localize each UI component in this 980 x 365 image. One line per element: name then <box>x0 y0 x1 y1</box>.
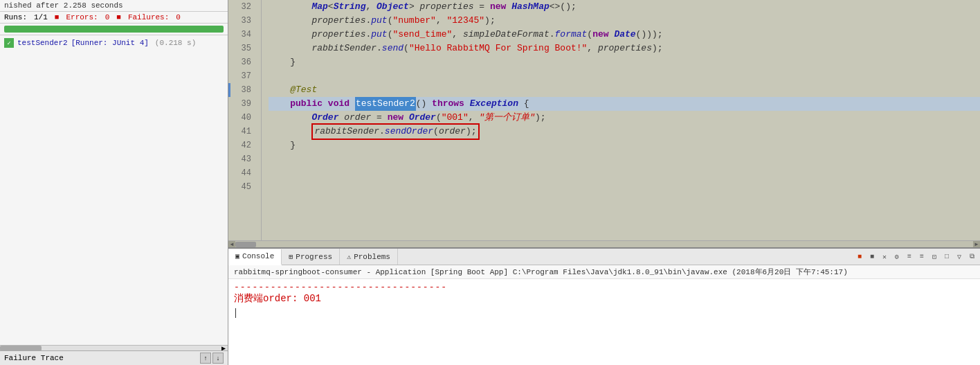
code-scroll: 32 33 34 35 36 37 38 39 40 41 42 43 44 4… <box>228 0 980 240</box>
failures-label: Failures: <box>128 13 169 21</box>
linenum-40: 40 <box>228 111 255 125</box>
console-tab-label: Console <box>242 252 274 260</box>
code-line-36[interactable]: } <box>269 55 980 69</box>
code-line-37[interactable] <box>269 69 980 83</box>
code-line-44[interactable] <box>269 166 980 180</box>
linenum-39: 39 <box>228 97 255 111</box>
errors-value: 0 <box>105 13 110 21</box>
cursor <box>235 308 236 318</box>
hscroll-left-arrow[interactable]: ◀ <box>228 241 235 248</box>
test-time: (0.218 s) <box>155 39 196 47</box>
errors-label: Errors: <box>66 13 98 21</box>
tab-console[interactable]: ▣ Console <box>228 249 282 265</box>
console-tb-btn-7[interactable]: ⊡ <box>929 251 940 262</box>
left-panel: nished after 2.258 seconds Runs: 1/1 ■ E… <box>0 0 228 365</box>
console-toolbar: ■ ■ ✕ ⚙ ≡ ≡ ⊡ □ ▽ ⧉ <box>854 251 980 262</box>
code-line-45[interactable] <box>269 180 980 194</box>
linenum-37: 37 <box>228 69 255 83</box>
console-tabs: ▣ Console ⊞ Progress ⚠ Problems ■ ■ ✕ ⚙ … <box>228 249 980 265</box>
failure-trace-label: Failure Trace <box>4 354 64 362</box>
linenum-38: 38 <box>228 83 255 97</box>
linenum-32: 32 <box>228 0 255 14</box>
linenum-35: 35 <box>228 42 255 55</box>
code-line-34[interactable]: properties.put("send_time", simpleDateFo… <box>269 28 980 42</box>
console-tb-btn-10[interactable]: ⧉ <box>966 251 977 262</box>
failures-icon: ■ <box>116 13 121 21</box>
console-tb-btn-1[interactable]: ■ <box>854 251 865 262</box>
code-line-43[interactable] <box>269 152 980 166</box>
console-output: 消费端order: 001 <box>234 292 974 305</box>
code-line-39[interactable]: public void testSender2 () throws Except… <box>269 97 980 111</box>
hscroll-thumb[interactable] <box>235 242 256 247</box>
progress-icon: ⊞ <box>289 253 293 261</box>
test-runner: [Runner: JUnit 4] <box>71 39 149 47</box>
test-item[interactable]: ✓ testSender2 [Runner: JUnit 4] (0.218 s… <box>0 35 228 51</box>
console-dashes: ----------------------------------- <box>234 282 974 292</box>
run-stats: Runs: 1/1 ■ Errors: 0 ■ Failures: 0 <box>0 12 228 24</box>
problems-icon: ⚠ <box>347 253 351 261</box>
code-line-40[interactable]: Order order = new Order ( "001" , "第一个订单… <box>269 111 980 125</box>
console-tb-btn-3[interactable]: ✕ <box>879 251 890 262</box>
method-name-highlight: testSender2 <box>355 97 416 111</box>
hscroll-left[interactable]: ▶ <box>0 345 228 350</box>
linenum-45: 45 <box>228 180 255 194</box>
problems-tab-label: Problems <box>354 253 390 261</box>
console-tb-btn-2[interactable]: ■ <box>866 251 878 262</box>
console-tb-btn-6[interactable]: ≡ <box>916 251 927 262</box>
progress-tab-label: Progress <box>296 253 332 261</box>
console-cursor-line <box>234 308 974 318</box>
tab-problems[interactable]: ⚠ Problems <box>340 249 398 265</box>
ft-btn-down[interactable]: ↓ <box>212 353 224 364</box>
console-path-text: rabbitmq-springboot-consumer - Applicati… <box>234 268 848 276</box>
code-line-32[interactable]: Map<String, Object> properties = new Has… <box>269 0 980 14</box>
linenum-41: 41 <box>228 125 255 139</box>
linenum-33: 33 <box>228 14 255 28</box>
code-area: 32 33 34 35 36 37 38 39 40 41 42 43 44 4… <box>228 0 980 247</box>
console-tb-btn-8[interactable]: □ <box>941 251 952 262</box>
status-bar: nished after 2.258 seconds <box>0 0 228 12</box>
left-spacer <box>0 51 228 345</box>
status-text: nished after 2.258 seconds <box>4 1 123 10</box>
line-numbers: 32 33 34 35 36 37 38 39 40 41 42 43 44 4… <box>228 0 262 240</box>
test-item-label: testSender2 <box>17 39 68 47</box>
red-box-highlight: rabbitSender.sendOrder(order); <box>311 123 479 140</box>
console-content: ----------------------------------- 消费端o… <box>228 279 980 365</box>
linenum-42: 42 <box>228 139 255 152</box>
progress-bar <box>4 26 224 33</box>
runs-label: Runs: <box>4 13 27 21</box>
errors-icon: ■ <box>55 13 60 21</box>
ft-btn-up[interactable]: ↑ <box>200 353 211 364</box>
test-pass-icon: ✓ <box>4 38 14 48</box>
tab-progress[interactable]: ⊞ Progress <box>282 249 340 265</box>
code-line-38[interactable]: @Test <box>269 83 980 97</box>
linenum-44: 44 <box>228 166 255 180</box>
progress-bar-container <box>0 24 228 35</box>
hscroll-right-arrow[interactable]: ▶ <box>973 241 980 248</box>
console-tb-btn-5[interactable]: ≡ <box>904 251 915 262</box>
console-icon: ▣ <box>235 252 239 260</box>
failures-value: 0 <box>176 13 181 21</box>
code-hscroll[interactable]: ◀ ▶ <box>228 240 980 247</box>
linenum-36: 36 <box>228 55 255 69</box>
console-tb-btn-9[interactable]: ▽ <box>954 251 965 262</box>
console-tb-btn-4[interactable]: ⚙ <box>891 251 902 262</box>
linenum-34: 34 <box>228 28 255 42</box>
runs-value: 1/1 <box>34 13 48 21</box>
console-path: rabbitmq-springboot-consumer - Applicati… <box>228 265 980 279</box>
code-line-33[interactable]: properties.put("number", "12345"); <box>269 14 980 28</box>
code-lines: Map<String, Object> properties = new Has… <box>262 0 980 240</box>
failure-trace-actions: ↑ ↓ <box>200 353 224 364</box>
right-panel: 32 33 34 35 36 37 38 39 40 41 42 43 44 4… <box>228 0 980 365</box>
code-line-35[interactable]: rabbitSender.send("Hello RabbitMQ For Sp… <box>269 42 980 55</box>
code-line-42[interactable]: } <box>269 139 980 152</box>
failure-trace-bar: Failure Trace ↑ ↓ <box>0 350 228 365</box>
console-area: ▣ Console ⊞ Progress ⚠ Problems ■ ■ ✕ ⚙ … <box>228 247 980 365</box>
linenum-43: 43 <box>228 152 255 166</box>
code-line-41[interactable]: rabbitSender.sendOrder(order); <box>269 125 980 139</box>
